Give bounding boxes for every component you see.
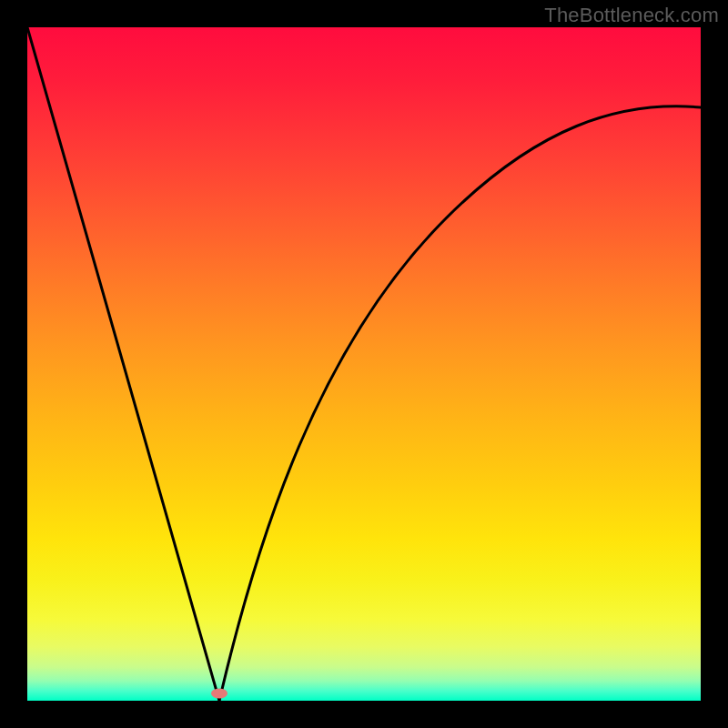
optimal-point-marker: [211, 689, 228, 699]
chart-frame: TheBottleneck.com: [0, 0, 728, 728]
plot-area: [27, 27, 701, 701]
watermark-text: TheBottleneck.com: [544, 4, 719, 27]
bottleneck-curve: [27, 27, 701, 701]
curve-right-branch: [219, 106, 701, 701]
curve-left-branch: [27, 27, 219, 701]
